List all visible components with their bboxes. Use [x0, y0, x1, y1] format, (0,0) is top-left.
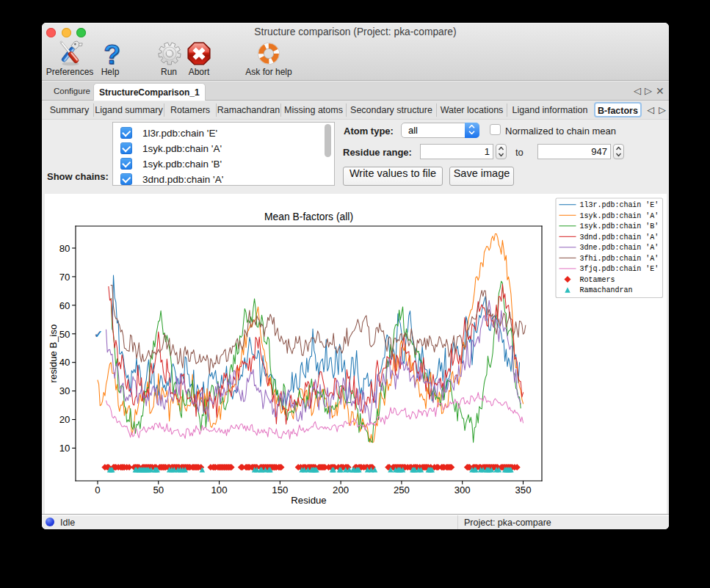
svg-text:Mean B-factors (all): Mean B-factors (all) [264, 211, 353, 222]
svg-text:residue B_iso: residue B_iso [48, 324, 59, 383]
svg-text:100: 100 [211, 484, 228, 496]
svg-text:3fjq.pdb:chain 'E': 3fjq.pdb:chain 'E' [579, 265, 659, 273]
svg-text:3dnd.pdb:chain 'A': 3dnd.pdb:chain 'A' [579, 233, 659, 242]
svg-text:30: 30 [59, 385, 70, 396]
svg-text:150: 150 [272, 484, 288, 496]
svg-text:0: 0 [95, 484, 100, 496]
svg-text:250: 250 [394, 484, 410, 496]
svg-text:3dne.pdb:chain 'A': 3dne.pdb:chain 'A' [579, 244, 659, 252]
svg-text:80: 80 [59, 243, 70, 254]
svg-text:Residue: Residue [291, 495, 326, 506]
svg-text:20: 20 [59, 414, 70, 425]
svg-text:3fhi.pdb:chain 'A': 3fhi.pdb:chain 'A' [579, 255, 659, 263]
svg-text:1syk.pdb:chain 'A': 1syk.pdb:chain 'A' [579, 212, 659, 220]
svg-text:300: 300 [454, 484, 471, 496]
svg-text:Ramachandran: Ramachandran [579, 286, 632, 294]
svg-text:200: 200 [333, 484, 349, 496]
svg-text:60: 60 [59, 300, 70, 311]
svg-text:50: 50 [153, 484, 164, 496]
svg-text:50: 50 [59, 329, 70, 340]
svg-text:40: 40 [59, 357, 70, 368]
svg-text:70: 70 [59, 272, 70, 283]
svg-text:Rotamers: Rotamers [579, 276, 615, 284]
svg-text:10: 10 [59, 443, 70, 454]
svg-text:1l3r.pdb:chain 'E': 1l3r.pdb:chain 'E' [579, 201, 659, 209]
svg-text:1syk.pdb:chain 'B': 1syk.pdb:chain 'B' [579, 222, 659, 231]
svg-text:?: ? [104, 40, 120, 69]
svg-text:350: 350 [515, 484, 531, 496]
